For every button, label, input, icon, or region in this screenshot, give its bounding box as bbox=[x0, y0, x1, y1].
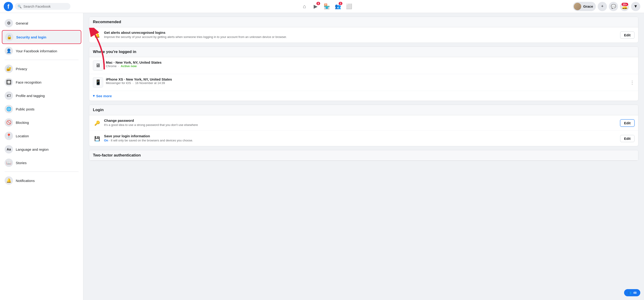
sidebar-item-general-label: General bbox=[16, 21, 28, 25]
profile-tagging-icon: 🏷 bbox=[5, 91, 13, 100]
nav-marketplace-button[interactable]: 🏪 bbox=[321, 1, 332, 12]
top-navigation: f 🔍 Search Facebook ⌂ ▶ 8 🏪 👥 5 ⬜ Grace … bbox=[0, 0, 644, 13]
mac-browser: Chrome bbox=[106, 64, 116, 68]
sidebar-item-blocking[interactable]: 🚫 Blocking bbox=[2, 116, 81, 129]
sidebar-item-notifications-label: Notifications bbox=[16, 179, 35, 183]
notifications-sidebar-icon: 🔔 bbox=[5, 176, 13, 185]
page-layout: ⚙ General 🔒 Security and login 👤 Your Fa… bbox=[0, 13, 644, 300]
save-login-icon: 💾 bbox=[93, 134, 101, 143]
iphone-time: 16 November at 14:39 bbox=[135, 81, 165, 85]
save-login-status: On bbox=[104, 139, 108, 142]
sidebar-item-language-label: Language and region bbox=[16, 147, 49, 151]
privacy-icon: 🔐 bbox=[5, 65, 13, 73]
change-password-edit-button[interactable]: Edit bbox=[620, 119, 634, 127]
unrecognised-logins-desc: Improve the security of your account by … bbox=[104, 35, 614, 39]
security-icon: 🔒 bbox=[5, 33, 14, 41]
online-count: 48 bbox=[633, 291, 636, 295]
save-login-title: Save your login information bbox=[104, 134, 614, 138]
sidebar-item-general[interactable]: ⚙ General bbox=[2, 17, 81, 30]
see-more-label: See more bbox=[96, 94, 112, 98]
sidebar-item-face-recognition-label: Face recognition bbox=[16, 80, 42, 84]
sidebar-item-profile-tagging-label: Profile and tagging bbox=[16, 94, 45, 98]
sidebar-item-profile-tagging[interactable]: 🏷 Profile and tagging bbox=[2, 89, 81, 102]
blocking-icon: 🚫 bbox=[5, 118, 13, 127]
account-dropdown-button[interactable]: ▼ bbox=[631, 2, 640, 11]
sidebar-item-privacy[interactable]: 🔐 Privacy bbox=[2, 62, 81, 75]
notifications-button[interactable]: 🔔 20+ bbox=[620, 2, 629, 11]
sidebar-item-notifications[interactable]: 🔔 Notifications bbox=[2, 174, 81, 187]
sidebar-item-public-posts-label: Public posts bbox=[16, 107, 34, 111]
notifications-badge: 20+ bbox=[621, 2, 629, 6]
save-login-action: Edit bbox=[620, 135, 634, 142]
unrecognised-logins-content: Get alerts about unrecognised logins Imp… bbox=[104, 30, 614, 39]
add-button[interactable]: + bbox=[598, 2, 607, 11]
sidebar-item-location[interactable]: 📍 Location bbox=[2, 129, 81, 142]
nav-left: f 🔍 Search Facebook bbox=[4, 2, 87, 11]
see-more-chevron: ▾ bbox=[93, 94, 95, 98]
save-login-content: Save your login information On · It will… bbox=[104, 134, 614, 143]
search-placeholder: Search Facebook bbox=[24, 4, 51, 8]
two-factor-section: Two-factor authentication bbox=[89, 150, 638, 161]
nav-watch-button[interactable]: ▶ 8 bbox=[310, 1, 321, 12]
nav-right: Grace + 💬 🔔 20+ ▼ bbox=[566, 2, 640, 11]
unrecognised-logins-title: Get alerts about unrecognised logins bbox=[104, 30, 614, 34]
iphone-device-row: 📱 iPhone XS · New York, NY, United State… bbox=[89, 74, 638, 91]
nav-gaming-button[interactable]: ⬜ bbox=[343, 1, 354, 12]
key-icon: 🔑 bbox=[93, 119, 101, 127]
unrecognised-logins-action: Edit bbox=[620, 31, 634, 39]
messenger-button[interactable]: 💬 bbox=[609, 2, 618, 11]
search-bar[interactable]: 🔍 Search Facebook bbox=[15, 3, 70, 10]
sidebar-divider-1 bbox=[5, 60, 78, 60]
sidebar-item-stories-label: Stories bbox=[16, 161, 27, 165]
mac-status: Active now bbox=[121, 64, 137, 68]
main-content: Recommended 🔔 Get alerts about unrecogni… bbox=[84, 13, 644, 300]
avatar-image bbox=[574, 3, 581, 10]
public-posts-icon: 🌐 bbox=[5, 105, 13, 113]
bell-icon: 🔔 bbox=[93, 31, 101, 39]
change-password-action: Edit bbox=[620, 119, 634, 127]
change-password-row: 🔑 Change password It's a good idea to us… bbox=[89, 115, 638, 131]
logged-in-header: Where you're logged in bbox=[89, 47, 638, 57]
watch-badge: 8 bbox=[316, 1, 320, 5]
iphone-device-content: iPhone XS · New York, NY, United States … bbox=[106, 77, 627, 85]
mac-device-detail: Chrome · Active now bbox=[106, 64, 634, 68]
sidebar-item-language[interactable]: Aa Language and region bbox=[2, 143, 81, 156]
facebook-info-icon: 👤 bbox=[5, 47, 13, 55]
face-recognition-icon: 🔲 bbox=[5, 78, 13, 86]
user-chip[interactable]: Grace bbox=[573, 2, 596, 11]
avatar bbox=[574, 3, 581, 10]
nav-home-button[interactable]: ⌂ bbox=[299, 1, 310, 12]
sidebar-item-facebook-info-label: Your Facebook information bbox=[16, 49, 57, 53]
mac-device-icon: 🖥 bbox=[93, 60, 103, 71]
online-badge[interactable]: 👥 48 bbox=[624, 289, 640, 296]
save-login-desc-suffix: · It will only be saved on the browsers … bbox=[109, 139, 193, 142]
sidebar-item-face-recognition[interactable]: 🔲 Face recognition bbox=[2, 76, 81, 89]
unrecognised-logins-row: 🔔 Get alerts about unrecognised logins I… bbox=[89, 27, 638, 43]
change-password-desc: It's a good idea to use a strong passwor… bbox=[104, 123, 614, 127]
iphone-device-more-button[interactable]: ⋮ bbox=[630, 80, 634, 85]
groups-badge: 5 bbox=[338, 1, 343, 5]
recommended-section: Recommended 🔔 Get alerts about unrecogni… bbox=[89, 17, 638, 43]
search-icon: 🔍 bbox=[18, 5, 22, 8]
save-login-desc: On · It will only be saved on the browse… bbox=[104, 138, 614, 143]
mac-device-row: 🖥 Mac · New York, NY, United States Chro… bbox=[89, 57, 638, 74]
see-more-button[interactable]: ▾ See more bbox=[89, 91, 638, 101]
recommended-header: Recommended bbox=[89, 17, 638, 27]
iphone-browser: Messenger for iOS bbox=[106, 81, 131, 85]
user-name: Grace bbox=[583, 4, 593, 8]
sidebar-item-facebook-info[interactable]: 👤 Your Facebook information bbox=[2, 44, 81, 57]
nav-groups-button[interactable]: 👥 5 bbox=[332, 1, 343, 12]
mac-device-name: Mac · New York, NY, United States bbox=[106, 60, 634, 64]
iphone-device-name: iPhone XS · New York, NY, United States bbox=[106, 77, 627, 81]
unrecognised-logins-edit-button[interactable]: Edit bbox=[620, 31, 634, 39]
save-login-edit-button[interactable]: Edit bbox=[620, 135, 634, 142]
sidebar-item-stories[interactable]: 📖 Stories bbox=[2, 156, 81, 169]
save-login-row: 💾 Save your login information On · It wi… bbox=[89, 131, 638, 146]
login-header: Login bbox=[89, 105, 638, 115]
facebook-logo[interactable]: f bbox=[4, 2, 13, 11]
sidebar-item-security-login[interactable]: 🔒 Security and login bbox=[2, 30, 81, 44]
mac-device-content: Mac · New York, NY, United States Chrome… bbox=[106, 60, 634, 68]
sidebar-item-public-posts[interactable]: 🌐 Public posts bbox=[2, 103, 81, 115]
logged-in-section: Where you're logged in 🖥 Mac · New York,… bbox=[89, 46, 638, 101]
iphone-device-icon: 📱 bbox=[93, 77, 103, 87]
